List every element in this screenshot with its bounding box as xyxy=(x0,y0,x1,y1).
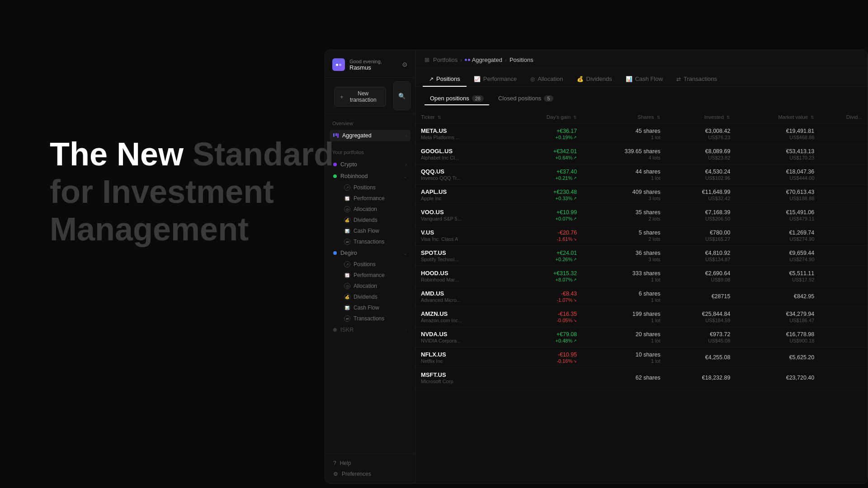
table-row[interactable]: AMZN.US Amazon.com Inc... -€16.35 -0.05%… xyxy=(415,307,868,327)
sidebar-item-aggregated[interactable]: Aggregated › xyxy=(330,130,410,141)
col-days-gain[interactable]: Day's gain ⇅ xyxy=(509,111,583,124)
sidebar-item-iskr[interactable]: ISKR › xyxy=(330,324,410,336)
robinhood-dividends[interactable]: 💰 Dividends xyxy=(340,215,410,225)
iskr-label: ISKR xyxy=(340,327,354,333)
robinhood-subitems: ↗ Positions 📈 Performance ◎ Allocation 💰… xyxy=(330,182,410,247)
new-transaction-button[interactable]: + New transaction xyxy=(334,87,386,107)
tab-dividends[interactable]: 💰 Dividends xyxy=(571,72,618,87)
positions-table: Ticker ⇅ Day's gain ⇅ Shares ⇅ Investe xyxy=(415,111,868,388)
ticker-name: Visa Inc. Class A xyxy=(421,236,471,242)
tab-allocation[interactable]: ◎ Allocation xyxy=(524,72,569,87)
gain-value: -€20.76 xyxy=(514,230,577,236)
table-row[interactable]: META.US Meta Platforms ... +€36.17 +0.19… xyxy=(415,124,868,144)
robinhood-positions[interactable]: ↗ Positions xyxy=(340,182,410,193)
market-value-cell: €1,269.74 US$274.90 xyxy=(736,225,820,246)
search-button[interactable]: 🔍 xyxy=(393,81,410,110)
gain-value: +€10.99 xyxy=(514,209,577,216)
col-dividends[interactable]: Divid... xyxy=(820,111,868,124)
table-row[interactable]: AMD.US Advanced Micro... -€8.43 -1.07% ↘… xyxy=(415,286,868,307)
table-row[interactable]: NFLX.US Netflix Inc -€10.95 -0.16% ↘ 10 … xyxy=(415,347,868,368)
table-row[interactable]: VOO.US Vanguard S&P 5... +€10.99 +0.07% … xyxy=(415,205,868,225)
ticker-cell: QQQ.US Invesco QQQ Tr... xyxy=(415,164,509,185)
help-icon: ? xyxy=(333,460,336,466)
invested-sub: US$76.23 xyxy=(671,135,731,140)
tab-transactions[interactable]: ⇄ Transactions xyxy=(670,72,723,87)
robinhood-cashflow[interactable]: 📊 Cash Flow xyxy=(340,225,410,236)
ticker-name: Advanced Micro... xyxy=(421,297,471,303)
breadcrumb-positions[interactable]: Positions xyxy=(509,56,533,63)
col-ticker[interactable]: Ticker ⇅ xyxy=(415,111,509,124)
table-row[interactable]: V.US Visa Inc. Class A -€20.76 -1.61% ↘ … xyxy=(415,225,868,246)
tab-transactions-icon: ⇄ xyxy=(676,76,681,82)
invested-cell: €4,530.24 US$102.96 xyxy=(666,164,736,185)
degiro-cashflow[interactable]: 📊 Cash Flow xyxy=(340,302,410,313)
market-value-cell: €53,413.13 US$170.23 xyxy=(736,144,820,164)
degiro-transactions[interactable]: ⇄ Transactions xyxy=(340,313,410,324)
allocation-icon: ◎ xyxy=(344,206,350,212)
degiro-performance[interactable]: 📈 Performance xyxy=(340,270,410,281)
closed-positions-tab[interactable]: Closed positions 5 xyxy=(493,92,559,105)
robinhood-transactions[interactable]: ⇄ Transactions xyxy=(340,236,410,247)
breadcrumb-aggregated[interactable]: Aggregated xyxy=(472,56,502,63)
table-row[interactable]: SPOT.US Spotify Technol... +€24.01 +0.26… xyxy=(415,246,868,266)
degiro-allocation[interactable]: ◎ Allocation xyxy=(340,281,410,291)
ticker-sort-icon: ⇅ xyxy=(438,115,441,120)
degiro-positions[interactable]: ↗ Positions xyxy=(340,259,410,270)
robinhood-performance[interactable]: 📈 Performance xyxy=(340,193,410,204)
table-row[interactable]: GOOGL.US Alphabet Inc Cl... +€342.01 +0.… xyxy=(415,144,868,164)
ticker-name: NVIDIA Corpora... xyxy=(421,338,471,343)
table-row[interactable]: HOOD.US Robinhood Mar... +€315.32 +8.07%… xyxy=(415,266,868,286)
invested-main: €4,255.08 xyxy=(671,354,731,361)
sidebar-item-degiro[interactable]: Degiro ⌄ xyxy=(330,247,410,259)
dividends-cell xyxy=(820,124,868,144)
shares-main: 20 shares xyxy=(588,331,660,338)
closed-positions-label: Closed positions xyxy=(498,95,541,102)
ticker-cell: V.US Visa Inc. Class A xyxy=(415,225,509,246)
invested-sub: US$23.82 xyxy=(671,155,731,160)
tab-positions[interactable]: ↗ Positions xyxy=(423,72,467,87)
col-shares[interactable]: Shares ⇅ xyxy=(582,111,665,124)
ticker-name: Amazon.com Inc... xyxy=(421,318,471,323)
table-row[interactable]: AAPL.US Apple Inc +€230.48 +0.33% ↗ 409 … xyxy=(415,185,868,205)
table-row[interactable]: QQQ.US Invesco QQQ Tr... +€37.40 +0.21% … xyxy=(415,164,868,185)
preferences-item[interactable]: ⚙ Preferences xyxy=(330,469,410,479)
invested-sub: US$184.59 xyxy=(671,318,731,323)
dividends-cell xyxy=(820,327,868,347)
ticker-cell: META.US Meta Platforms ... xyxy=(415,124,509,144)
invested-main: €780.00 xyxy=(671,230,731,236)
sidebar-item-robinhood[interactable]: Robinhood ⌄ xyxy=(330,170,410,182)
gain-pct: +0.21% ↗ xyxy=(514,175,577,181)
ticker-symbol: VOO.US xyxy=(421,209,503,216)
invested-main: €4,810.92 xyxy=(671,250,731,256)
table-row[interactable]: MSFT.US Microsoft Corp 62 shares €18,232… xyxy=(415,368,868,388)
gain-value: +€342.01 xyxy=(514,148,577,155)
degiro-dividends[interactable]: 💰 Dividends xyxy=(340,291,410,302)
tab-cashflow[interactable]: 📊 Cash Flow xyxy=(619,72,669,87)
market-main: €5,625.20 xyxy=(741,354,814,361)
open-positions-tab[interactable]: Open positions 28 xyxy=(425,92,489,105)
gain-pct: +0.48% ↗ xyxy=(514,338,577,343)
robinhood-allocation[interactable]: ◎ Allocation xyxy=(340,204,410,215)
market-main: €1,269.74 xyxy=(741,230,814,236)
col-invested[interactable]: Invested ⇅ xyxy=(666,111,736,124)
help-item[interactable]: ? Help xyxy=(330,458,410,469)
shares-main: 36 shares xyxy=(588,250,660,256)
table-row[interactable]: NVDA.US NVIDIA Corpora... +€79.08 +0.48%… xyxy=(415,327,868,347)
user-greeting: Good evening, Rasmus xyxy=(349,59,382,71)
dividends-cell xyxy=(820,286,868,307)
gain-value: -€8.43 xyxy=(514,291,577,297)
breadcrumb-portfolios[interactable]: Portfolios xyxy=(433,56,458,63)
tab-performance[interactable]: 📈 Performance xyxy=(467,72,523,87)
invested-cell: €2,690.64 US$9.08 xyxy=(666,266,736,286)
table-header-row: Ticker ⇅ Day's gain ⇅ Shares ⇅ Investe xyxy=(415,111,868,124)
gain-pct: +0.19% ↗ xyxy=(514,135,577,140)
preferences-icon: ⚙ xyxy=(333,471,338,477)
col-market-value[interactable]: Market value ⇅ xyxy=(736,111,820,124)
ticker-cell: MSFT.US Microsoft Corp xyxy=(415,368,509,388)
sidebar-item-crypto[interactable]: Crypto › xyxy=(330,159,410,170)
market-value-cell: €18,047.36 US$444.00 xyxy=(736,164,820,185)
degiro-label: Degiro xyxy=(340,250,357,256)
shares-main: 44 shares xyxy=(588,169,660,175)
tab-dividends-icon: 💰 xyxy=(577,76,584,82)
settings-icon[interactable]: ⚙ xyxy=(402,61,408,68)
